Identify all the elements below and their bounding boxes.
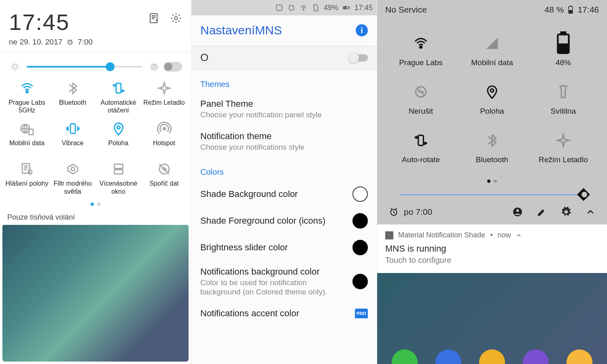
notification-card[interactable]: Material Notification Shade • now MNS is… bbox=[377, 224, 607, 273]
airplane-icon bbox=[157, 81, 172, 95]
qs-tile-label: Automatické otáčení bbox=[96, 99, 141, 114]
dock-app[interactable] bbox=[567, 349, 592, 364]
pro-badge: PRO bbox=[355, 309, 368, 318]
qs-tile-airplane[interactable]: Režim Letadlo bbox=[141, 81, 187, 114]
settings-gear-icon[interactable] bbox=[170, 12, 182, 26]
color-swatch[interactable] bbox=[352, 240, 368, 255]
qs-tile-label: Hotspot bbox=[153, 139, 175, 154]
item-title: Brightness slider color bbox=[200, 242, 346, 253]
qs-tile-bluetooth[interactable]: Bluetooth bbox=[50, 81, 96, 114]
svg-point-13 bbox=[71, 167, 74, 171]
vibrate-icon bbox=[66, 121, 80, 136]
qs-tile-label: Poloha bbox=[108, 139, 129, 154]
svg-point-18 bbox=[289, 6, 294, 11]
item-title: Panel Theme bbox=[200, 99, 368, 109]
qs-tile-airplane[interactable]: Režim Letadlo bbox=[528, 133, 599, 164]
item-subtitle: Choose your notifications style bbox=[200, 142, 368, 152]
svg-rect-22 bbox=[344, 7, 346, 9]
svg-point-3 bbox=[13, 65, 17, 69]
alarm-icon bbox=[388, 207, 399, 217]
qs-tile-flashlight[interactable]: Svítilna bbox=[528, 84, 599, 116]
flashlight-icon bbox=[556, 84, 571, 99]
qs-tile-locreport[interactable]: Hlášení polohy bbox=[4, 162, 50, 195]
color-swatch[interactable] bbox=[352, 274, 368, 289]
color-swatch[interactable] bbox=[352, 186, 368, 202]
dnd-icon bbox=[413, 84, 429, 99]
qs-tile-location[interactable]: Poloha bbox=[96, 121, 141, 154]
settings-item[interactable]: Shade Background color bbox=[200, 181, 368, 207]
qs-tile-dnd[interactable]: Nerušit bbox=[385, 84, 456, 116]
notif-app-name: Material Notification Shade bbox=[398, 231, 485, 239]
brightness-slider[interactable] bbox=[27, 66, 142, 68]
settings-item[interactable]: Notification themeChoose your notificati… bbox=[200, 125, 368, 158]
qs-tile-wifi[interactable]: Prague Labs bbox=[385, 36, 456, 67]
chevron-up-icon[interactable] bbox=[516, 232, 522, 239]
qs-tile-mobiledata[interactable]: Mobilní data bbox=[4, 121, 50, 154]
collapse-icon[interactable] bbox=[585, 207, 596, 217]
settings-item[interactable]: Notifications background colorColor to b… bbox=[200, 261, 368, 303]
qs-tile-bluefilter[interactable]: Filtr modrého světla bbox=[50, 162, 96, 195]
qs-tile-location[interactable]: Poloha bbox=[456, 84, 528, 116]
qs-tile-rotate[interactable]: Automatické otáčení bbox=[96, 81, 141, 114]
master-enable-toggle[interactable] bbox=[349, 54, 368, 61]
qs-tile-multiwindow[interactable]: Vícenásobné okno bbox=[96, 162, 141, 195]
qs-tile-wifi[interactable]: Prague Labs 5GHz bbox=[4, 81, 50, 114]
qs-tile-label: Auto-rotate bbox=[402, 155, 440, 164]
qs-tile-vibrate[interactable]: Vibrace bbox=[50, 121, 96, 154]
dock-app[interactable] bbox=[479, 349, 505, 364]
settings-item[interactable]: Notifications accent colorPRO bbox=[200, 303, 368, 324]
footer-alarm[interactable]: po 7:00 bbox=[404, 207, 432, 217]
master-enable-row[interactable]: O bbox=[191, 45, 377, 70]
settings-gear-icon[interactable] bbox=[561, 207, 571, 217]
brightness-row bbox=[0, 58, 191, 73]
location-icon bbox=[111, 121, 126, 136]
brightness-slider[interactable] bbox=[377, 194, 607, 195]
info-button[interactable]: i bbox=[356, 24, 368, 36]
dock-app[interactable] bbox=[392, 349, 418, 364]
edit-icon[interactable] bbox=[537, 207, 547, 217]
item-title: Notifications background color bbox=[200, 267, 346, 277]
dock-app[interactable] bbox=[523, 349, 549, 364]
qs-tile-label: Svítilna bbox=[551, 107, 576, 116]
qs-tile-hotspot[interactable]: Hotspot bbox=[141, 121, 187, 154]
qs-tile-battery[interactable]: 48% bbox=[528, 36, 599, 67]
svg-rect-0 bbox=[150, 14, 157, 23]
bluetooth-icon bbox=[484, 133, 500, 148]
qs-tile-datasaver[interactable]: Spořič dat bbox=[141, 162, 187, 195]
notif-subtitle: Touch to configure bbox=[385, 256, 599, 265]
qs-tile-label: 48% bbox=[556, 58, 571, 67]
dock-app[interactable] bbox=[435, 349, 461, 364]
qs-tile-label: Mobilní data bbox=[9, 139, 45, 154]
settings-item[interactable]: Shade Foreground color (icons) bbox=[200, 207, 368, 234]
user-icon[interactable] bbox=[512, 207, 523, 217]
settings-item[interactable]: Brightness slider color bbox=[200, 234, 368, 261]
svg-rect-21 bbox=[349, 7, 350, 8]
rotate-icon bbox=[111, 81, 126, 95]
qs-tile-label: Vibrace bbox=[62, 139, 84, 154]
settings-item[interactable]: Panel ThemeChoose your notification pane… bbox=[200, 93, 368, 125]
alarm-icon bbox=[287, 4, 295, 12]
edit-tiles-icon[interactable] bbox=[148, 12, 160, 26]
svg-point-31 bbox=[490, 89, 494, 92]
signal-icon bbox=[484, 36, 500, 51]
auto-brightness-toggle[interactable] bbox=[163, 62, 182, 72]
page-indicator bbox=[377, 171, 607, 194]
qs-tile-label: Hlášení polohy bbox=[6, 180, 49, 195]
section-themes: Themes bbox=[200, 70, 368, 93]
qs-tile-bluetooth[interactable]: Bluetooth bbox=[456, 133, 528, 164]
svg-point-5 bbox=[26, 91, 28, 93]
color-swatch[interactable] bbox=[352, 213, 368, 229]
qs-tile-label: Nerušit bbox=[409, 107, 433, 116]
page-indicator bbox=[0, 199, 191, 211]
locreport-icon bbox=[20, 162, 34, 176]
battery-icon bbox=[342, 4, 350, 12]
notif-time: now bbox=[497, 231, 511, 239]
sim-icon bbox=[312, 4, 320, 12]
bluefilter-icon bbox=[66, 162, 80, 176]
qs-tile-label: Vícenásobné okno bbox=[96, 180, 141, 195]
qs-tile-rotate[interactable]: Auto-rotate bbox=[385, 133, 456, 164]
qs-tile-signal[interactable]: Mobilní data bbox=[456, 36, 528, 67]
qs-tile-label: Režim Letadlo bbox=[143, 99, 185, 114]
item-subtitle: Choose your notification panel style bbox=[200, 110, 368, 120]
svg-point-26 bbox=[420, 46, 422, 48]
